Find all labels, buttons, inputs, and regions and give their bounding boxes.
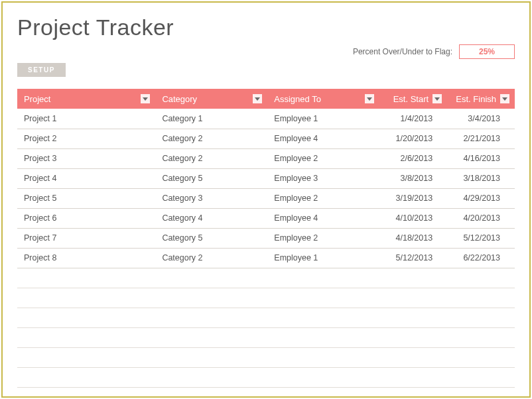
cell-start[interactable]: 5/12/2013 [379,248,447,268]
cell-category[interactable]: Category 3 [155,188,267,208]
cell-project[interactable]: Project 8 [17,248,155,268]
cell-project[interactable]: Project 3 [17,148,155,168]
empty-cell[interactable] [17,367,155,387]
cell-assigned[interactable]: Employee 2 [267,228,379,248]
filter-dropdown-icon[interactable] [500,94,509,103]
cell-project[interactable]: Project 7 [17,228,155,248]
empty-cell[interactable] [155,288,267,308]
empty-cell[interactable] [447,387,515,399]
header-project[interactable]: Project [17,89,155,109]
cell-start[interactable]: 1/4/2013 [379,109,447,129]
empty-cell[interactable] [447,347,515,367]
cell-start[interactable]: 3/19/2013 [379,188,447,208]
filter-dropdown-icon[interactable] [141,94,150,103]
cell-assigned[interactable]: Employee 1 [267,248,379,268]
cell-project[interactable]: Project 1 [17,109,155,129]
cell-start[interactable]: 4/10/2013 [379,208,447,228]
empty-cell[interactable] [379,308,447,327]
header-category[interactable]: Category [155,89,267,109]
empty-cell[interactable] [17,308,155,327]
cell-project[interactable]: Project 5 [17,188,155,208]
table-row[interactable]: Project 7Category 5Employee 24/18/20135/… [17,228,515,248]
cell-finish[interactable]: 3/4/2013 [447,109,515,129]
empty-cell[interactable] [379,288,447,308]
empty-cell[interactable] [447,268,515,288]
cell-assigned[interactable]: Employee 4 [267,208,379,228]
empty-cell[interactable] [267,327,379,347]
table-row[interactable]: Project 2Category 2Employee 41/20/20132/… [17,129,515,148]
empty-cell[interactable] [379,367,447,387]
cell-category[interactable]: Category 1 [155,109,267,129]
cell-category[interactable]: Category 2 [155,129,267,148]
cell-project[interactable]: Project 6 [17,208,155,228]
cell-project[interactable]: Project 4 [17,168,155,188]
cell-assigned[interactable]: Employee 1 [267,109,379,129]
table-row[interactable]: Project 1Category 1Employee 11/4/20133/4… [17,109,515,129]
empty-cell[interactable] [17,387,155,399]
empty-cell[interactable] [379,347,447,367]
cell-category[interactable]: Category 5 [155,228,267,248]
cell-category[interactable]: Category 2 [155,248,267,268]
empty-row[interactable] [17,347,515,367]
empty-cell[interactable] [379,268,447,288]
cell-finish[interactable]: 4/20/2013 [447,208,515,228]
empty-cell[interactable] [17,327,155,347]
cell-assigned[interactable]: Employee 2 [267,188,379,208]
cell-finish[interactable]: 6/22/2013 [447,248,515,268]
empty-cell[interactable] [447,288,515,308]
empty-cell[interactable] [379,327,447,347]
setup-button[interactable]: SETUP [17,63,66,77]
cell-category[interactable]: Category 4 [155,208,267,228]
empty-row[interactable] [17,268,515,288]
empty-row[interactable] [17,387,515,399]
empty-cell[interactable] [447,308,515,327]
empty-cell[interactable] [267,367,379,387]
empty-cell[interactable] [17,347,155,367]
empty-cell[interactable] [267,347,379,367]
table-row[interactable]: Project 4Category 5Employee 33/8/20133/1… [17,168,515,188]
empty-cell[interactable] [447,327,515,347]
cell-start[interactable]: 4/18/2013 [379,228,447,248]
empty-cell[interactable] [155,327,267,347]
cell-assigned[interactable]: Employee 2 [267,148,379,168]
cell-finish[interactable]: 2/21/2013 [447,129,515,148]
filter-dropdown-icon[interactable] [432,94,442,103]
cell-project[interactable]: Project 2 [17,129,155,148]
empty-cell[interactable] [267,288,379,308]
table-row[interactable]: Project 8Category 2Employee 15/12/20136/… [17,248,515,268]
empty-cell[interactable] [155,308,267,327]
empty-cell[interactable] [267,387,379,399]
empty-cell[interactable] [155,347,267,367]
empty-cell[interactable] [17,268,155,288]
cell-finish[interactable]: 5/12/2013 [447,228,515,248]
cell-start[interactable]: 3/8/2013 [379,168,447,188]
empty-cell[interactable] [379,387,447,399]
table-row[interactable]: Project 5Category 3Employee 23/19/20134/… [17,188,515,208]
header-finish[interactable]: Est. Finish [447,89,515,109]
empty-cell[interactable] [155,387,267,399]
empty-row[interactable] [17,367,515,387]
flag-value-input[interactable]: 25% [459,44,515,59]
empty-cell[interactable] [447,367,515,387]
empty-cell[interactable] [155,268,267,288]
cell-start[interactable]: 2/6/2013 [379,148,447,168]
empty-cell[interactable] [267,268,379,288]
header-assigned[interactable]: Assigned To [267,89,379,109]
empty-cell[interactable] [155,367,267,387]
cell-assigned[interactable]: Employee 4 [267,129,379,148]
cell-category[interactable]: Category 2 [155,148,267,168]
empty-cell[interactable] [267,308,379,327]
cell-category[interactable]: Category 5 [155,168,267,188]
filter-dropdown-icon[interactable] [253,94,262,103]
empty-cell[interactable] [17,288,155,308]
empty-row[interactable] [17,308,515,327]
header-start[interactable]: Est. Start [379,89,447,109]
table-row[interactable]: Project 6Category 4Employee 44/10/20134/… [17,208,515,228]
empty-row[interactable] [17,288,515,308]
table-row[interactable]: Project 3Category 2Employee 22/6/20134/1… [17,148,515,168]
cell-finish[interactable]: 4/29/2013 [447,188,515,208]
cell-start[interactable]: 1/20/2013 [379,129,447,148]
cell-finish[interactable]: 3/18/2013 [447,168,515,188]
cell-assigned[interactable]: Employee 3 [267,168,379,188]
cell-finish[interactable]: 4/16/2013 [447,148,515,168]
